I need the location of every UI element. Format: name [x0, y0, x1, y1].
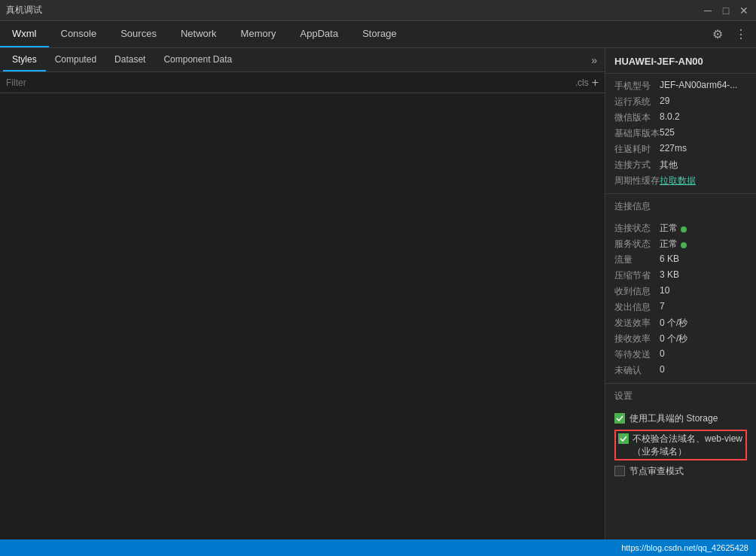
- subtab-computed[interactable]: Computed: [46, 48, 105, 71]
- info-row: 未确认 0: [614, 363, 747, 378]
- subtab-component-data[interactable]: Component Data: [154, 48, 241, 71]
- info-label: 接收效率: [614, 333, 660, 345]
- info-value: 其他: [660, 159, 678, 172]
- info-label: 微信版本: [614, 111, 660, 124]
- subtab-styles[interactable]: Styles: [3, 48, 46, 71]
- connection-info-section: 连接状态 正常 服务状态 正常 流量 6 KB 压缩节省 3 KB 收到信息 1…: [605, 216, 756, 383]
- info-label: 收到信息: [614, 285, 660, 298]
- titlebar-controls: ─ □ ✕: [702, 5, 750, 17]
- info-row-connection-status: 连接状态 正常: [614, 220, 747, 236]
- info-value: 0: [660, 364, 665, 375]
- info-row: 接收效率 0 个/秒: [614, 331, 747, 347]
- info-value: 10: [660, 285, 669, 296]
- device-title: HUAWEI-JEF-AN00: [605, 48, 756, 74]
- info-row: 微信版本 8.0.2: [614, 110, 747, 126]
- storage-checkbox[interactable]: [614, 413, 625, 424]
- highlight-box: 不校验合法域名、web-view（业务域名）: [614, 430, 747, 461]
- info-value: 0 个/秒: [660, 333, 687, 345]
- info-row: 基础库版本 525: [614, 126, 747, 141]
- subtabs-overflow-icon[interactable]: »: [587, 51, 602, 69]
- info-value: 227ms: [660, 143, 687, 153]
- settings-section-header: 设置: [605, 383, 756, 406]
- info-value: 3 KB: [660, 269, 679, 280]
- info-row: 等待发送 0: [614, 347, 747, 363]
- statusbar: https://blog.csdn.net/qq_42625428: [0, 539, 756, 556]
- info-value: 8.0.2: [660, 111, 680, 122]
- info-row: 手机型号 JEF-AN00arm64-...: [614, 78, 747, 94]
- info-label: 连接状态: [614, 222, 660, 235]
- filter-cls-label: .cls: [575, 77, 589, 88]
- info-label: 发送效率: [614, 317, 660, 330]
- settings-item-domain: 不校验合法域名、web-view（业务域名）: [614, 427, 747, 463]
- info-value: 正常: [660, 222, 678, 235]
- info-row: 收到信息 10: [614, 284, 747, 299]
- info-row: 发送效率 0 个/秒: [614, 315, 747, 331]
- subtab-dataset[interactable]: Dataset: [105, 48, 154, 71]
- info-label: 周期性缓存: [614, 175, 660, 187]
- info-value: 6 KB: [660, 254, 679, 264]
- toolbar-tabs: Wxml Console Sources Network Memory AppD…: [0, 21, 409, 47]
- filter-add-button[interactable]: +: [592, 76, 599, 90]
- settings-icon[interactable]: ⚙: [709, 24, 726, 44]
- filter-input[interactable]: [6, 77, 575, 88]
- info-label: 连接方式: [614, 159, 660, 172]
- minimize-button[interactable]: ─: [702, 5, 714, 17]
- info-label: 等待发送: [614, 348, 660, 361]
- settings-item-storage: 使用工具端的 Storage: [614, 410, 747, 427]
- settings-label: 使用工具端的 Storage: [629, 412, 718, 425]
- connection-status-dot: [681, 226, 687, 232]
- tab-sources[interactable]: Sources: [108, 21, 169, 47]
- sub-tabs: Styles Computed Dataset Component Data »: [0, 48, 605, 72]
- info-label: 基础库版本: [614, 127, 660, 140]
- connection-section-header: 连接信息: [605, 193, 756, 216]
- tab-network[interactable]: Network: [169, 21, 229, 47]
- titlebar-title: 真机调试: [6, 4, 42, 17]
- info-row: 压缩节省 3 KB: [614, 268, 747, 284]
- filter-bar: .cls +: [0, 72, 605, 93]
- info-row: 往返耗时 227ms: [614, 141, 747, 157]
- statusbar-url: https://blog.csdn.net/qq_42625428: [621, 543, 748, 552]
- info-row: 运行系统 29: [614, 94, 747, 110]
- close-button[interactable]: ✕: [738, 5, 750, 17]
- device-info-section: 手机型号 JEF-AN00arm64-... 运行系统 29 微信版本 8.0.…: [605, 74, 756, 193]
- settings-label-domain: 不校验合法域名、web-view（业务域名）: [633, 433, 743, 458]
- main-toolbar: Wxml Console Sources Network Memory AppD…: [0, 21, 756, 48]
- maximize-button[interactable]: □: [720, 5, 732, 17]
- tab-storage[interactable]: Storage: [350, 21, 409, 47]
- settings-section: 使用工具端的 Storage 不校验合法域名、web-view（业务域名） 节点…: [605, 406, 756, 485]
- titlebar-left: 真机调试: [6, 4, 42, 17]
- settings-label-node: 节点审查模式: [629, 465, 684, 478]
- info-value: 0: [660, 348, 665, 359]
- info-value: JEF-AN00arm64-...: [660, 80, 737, 90]
- info-label: 手机型号: [614, 80, 660, 93]
- info-row: 流量 6 KB: [614, 252, 747, 268]
- info-label: 往返耗时: [614, 143, 660, 156]
- left-panel: Styles Computed Dataset Component Data »…: [0, 48, 605, 556]
- info-label: 运行系统: [614, 96, 660, 108]
- service-status-dot: [681, 242, 687, 248]
- info-row: 发出信息 7: [614, 299, 747, 315]
- info-label: 服务状态: [614, 238, 660, 251]
- info-value: 0 个/秒: [660, 317, 687, 330]
- more-icon[interactable]: ⋮: [732, 24, 750, 44]
- node-checkbox[interactable]: [614, 466, 625, 476]
- pull-data-link[interactable]: 拉取数据: [660, 175, 696, 187]
- info-row: 周期性缓存 拉取数据: [614, 173, 747, 189]
- info-label: 流量: [614, 254, 660, 266]
- main-content-area: [0, 93, 605, 556]
- info-row: 连接方式 其他: [614, 157, 747, 173]
- settings-item-node: 节点审查模式: [614, 463, 747, 480]
- tab-appdata[interactable]: AppData: [288, 21, 351, 47]
- info-row-service-status: 服务状态 正常: [614, 236, 747, 252]
- domain-checkbox[interactable]: [618, 433, 629, 444]
- info-label: 发出信息: [614, 301, 660, 314]
- info-value: 29: [660, 96, 669, 106]
- content-area: Styles Computed Dataset Component Data »…: [0, 48, 756, 556]
- toolbar-icons: ⚙ ⋮: [709, 24, 756, 44]
- tab-console[interactable]: Console: [49, 21, 109, 47]
- titlebar: 真机调试 ─ □ ✕: [0, 0, 756, 21]
- tab-memory[interactable]: Memory: [229, 21, 288, 47]
- info-label: 压缩节省: [614, 269, 660, 282]
- tab-wxml[interactable]: Wxml: [0, 21, 49, 47]
- info-value: 7: [660, 301, 665, 311]
